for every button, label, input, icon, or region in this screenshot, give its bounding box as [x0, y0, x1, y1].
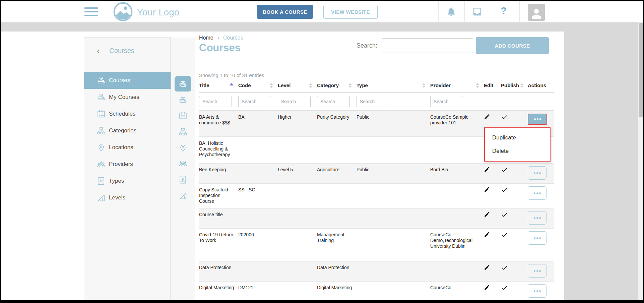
icon-rail	[171, 38, 195, 303]
app-window: Your Logo BOOK A COURSE VIEW WEBSITE ? ‹…	[0, 0, 644, 303]
cell-provider: CourseCo Demo,Technological University D…	[430, 232, 472, 249]
publish-check-icon[interactable]	[501, 264, 508, 272]
row-actions-button[interactable]	[528, 264, 546, 278]
filter-input-level[interactable]	[278, 96, 311, 107]
sort-icon	[422, 83, 426, 88]
column-header-provider[interactable]: Provider	[430, 82, 484, 92]
sidebar-item-providers[interactable]: Providers	[84, 156, 171, 173]
column-header-actions[interactable]: Actions	[528, 82, 554, 92]
vertical-scrollbar[interactable]	[638, 22, 643, 303]
chevron-right-icon: ›	[217, 35, 219, 41]
rail-item-providers[interactable]	[175, 156, 191, 171]
row-actions-button[interactable]	[528, 211, 546, 225]
rail-item-levels[interactable]	[175, 188, 191, 203]
row-actions-button[interactable]	[528, 231, 546, 245]
row-actions-button[interactable]	[528, 186, 546, 200]
sidebar-collapse-header[interactable]: ‹ Courses	[84, 38, 171, 64]
column-header-type[interactable]: Type	[357, 82, 430, 92]
cell-title: Bee Keeping	[199, 167, 226, 172]
cell-category: Agriculture	[317, 167, 339, 172]
publish-check-icon[interactable]	[501, 166, 508, 175]
user-avatar[interactable]	[528, 4, 545, 21]
sidebar-item-locations[interactable]: Locations	[84, 139, 171, 156]
filter-input-category[interactable]	[317, 96, 350, 107]
publish-check-icon[interactable]	[501, 284, 508, 293]
sidebar-item-courses[interactable]: Courses	[84, 72, 171, 89]
cell-provider: CourseCo	[430, 285, 451, 290]
top-navigation-bar: Your Logo BOOK A COURSE VIEW WEBSITE ?	[1, 1, 643, 22]
logo-image-icon	[113, 2, 133, 23]
breadcrumb-home[interactable]: Home	[199, 35, 213, 41]
sidebar-item-levels[interactable]: Levels	[84, 189, 171, 206]
cell-code: DM121	[238, 285, 253, 290]
cell-code: BA	[238, 114, 245, 120]
page-title: Courses	[199, 42, 241, 54]
cell-category: Digital Marketing	[317, 285, 352, 290]
publish-check-icon[interactable]	[501, 211, 508, 220]
sidebar-item-schedules[interactable]: Schedules	[84, 106, 171, 122]
edit-pencil-icon[interactable]	[484, 231, 490, 239]
edit-pencil-icon[interactable]	[484, 284, 490, 292]
cell-category: Management Training	[317, 232, 344, 243]
view-website-button[interactable]: VIEW WEBSITE	[323, 5, 378, 19]
publish-check-icon[interactable]	[501, 231, 508, 240]
publish-check-icon[interactable]	[501, 114, 508, 122]
rail-item-types[interactable]	[175, 172, 191, 187]
cell-code: SS - SC	[238, 187, 255, 192]
scrollbar-thumb[interactable]	[639, 23, 643, 117]
edit-pencil-icon[interactable]	[484, 114, 490, 121]
publish-check-icon[interactable]	[501, 186, 508, 195]
cell-title: Covid-19 Return To Work	[199, 232, 233, 243]
table-row: Data ProtectionData Protection	[199, 261, 554, 281]
sidebar-section-title: Courses	[109, 47, 134, 55]
notifications-bell-icon[interactable]	[446, 6, 456, 18]
row-actions-button[interactable]	[528, 114, 547, 125]
column-header-edit[interactable]: Edit	[484, 82, 501, 92]
column-header-label: Category	[317, 82, 339, 88]
breadcrumb: Home›Courses	[199, 35, 243, 41]
add-course-button[interactable]: ADD COURSE	[476, 37, 549, 54]
rail-item-categories[interactable]	[175, 124, 191, 139]
providers-icon	[96, 159, 106, 169]
column-header-level[interactable]: Level	[278, 82, 317, 92]
edit-pencil-icon[interactable]	[484, 166, 490, 174]
column-header-label: Type	[357, 82, 368, 88]
rail-item-locations[interactable]	[175, 140, 191, 156]
rail-item-schedules[interactable]	[175, 108, 191, 123]
types-icon	[96, 176, 106, 186]
page-search-input[interactable]	[382, 38, 473, 53]
filter-input-code[interactable]	[238, 96, 271, 107]
inbox-tray-icon[interactable]	[472, 6, 482, 18]
edit-pencil-icon[interactable]	[484, 211, 490, 219]
table-row: Course title	[199, 208, 554, 228]
filter-input-title[interactable]	[199, 96, 232, 107]
column-header-title[interactable]: Title	[199, 82, 238, 92]
book-a-course-button[interactable]: BOOK A COURSE	[257, 5, 313, 19]
logo[interactable]: Your Logo	[113, 2, 180, 23]
cell-title: BA. Holistic Councelling & Psychotherapy	[199, 140, 230, 157]
table-row: Copy Scaffold Inspection CourseSS - SC	[199, 183, 554, 208]
hamburger-menu-icon[interactable]	[84, 7, 98, 16]
row-actions-button[interactable]	[528, 284, 546, 298]
menu-item-delete[interactable]: Delete	[485, 148, 550, 155]
column-header-publish[interactable]: Publish	[501, 82, 528, 92]
filter-input-provider[interactable]	[430, 96, 463, 107]
menu-item-duplicate[interactable]: Duplicate	[485, 134, 550, 141]
column-header-code[interactable]: Code	[238, 82, 278, 92]
divider	[464, 1, 465, 22]
entries-summary: Showing 1 to 10 of 31 entries	[199, 72, 264, 78]
row-actions-button[interactable]	[528, 166, 546, 180]
column-header-category[interactable]: Category	[317, 82, 357, 92]
edit-pencil-icon[interactable]	[484, 264, 490, 271]
sidebar: ‹ Courses CoursesMy CoursesSchedulesCate…	[84, 38, 171, 303]
help-icon[interactable]: ?	[501, 5, 507, 16]
rail-item-courses[interactable]	[175, 76, 191, 92]
sidebar-item-my-courses[interactable]: My Courses	[84, 89, 171, 106]
breadcrumb-current: Courses	[223, 35, 243, 41]
filter-input-type[interactable]	[357, 96, 389, 107]
rail-item-my-courses[interactable]	[175, 92, 191, 108]
edit-pencil-icon[interactable]	[484, 186, 490, 194]
cell-title: Data Protection	[199, 265, 232, 270]
sidebar-item-categories[interactable]: Categories	[84, 122, 171, 139]
sidebar-item-types[interactable]: Types	[84, 173, 171, 189]
